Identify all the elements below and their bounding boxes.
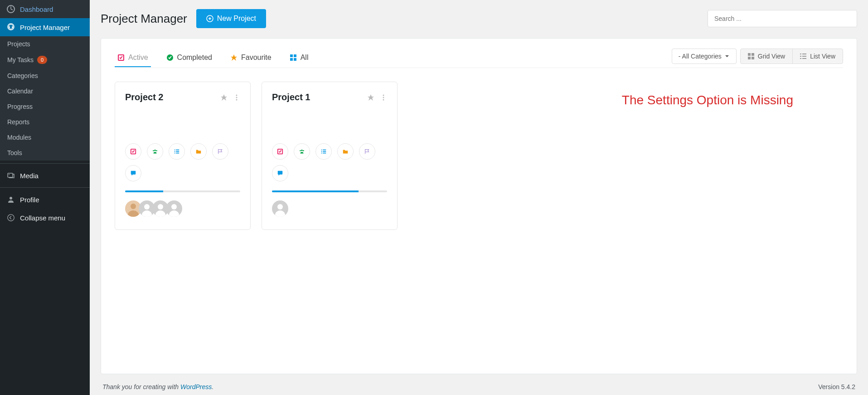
sidebar-item-label: Collapse menu [20, 214, 65, 222]
progress-bar [272, 190, 387, 192]
svg-rect-11 [294, 58, 296, 61]
tab-all[interactable]: All [287, 49, 311, 67]
tabs: Active Completed Favourite [115, 49, 311, 67]
wordpress-link[interactable]: WordPress [180, 383, 212, 390]
project-card[interactable]: Project 2 [115, 82, 251, 230]
tab-completed[interactable]: Completed [164, 49, 215, 67]
grid-view-button[interactable]: Grid View [741, 49, 793, 63]
main-content: Project Manager New Project Active [90, 0, 868, 395]
svg-rect-20 [800, 58, 801, 59]
project-title: Project 1 [272, 92, 310, 102]
tab-favourite[interactable]: Favourite [228, 49, 274, 67]
svg-rect-19 [802, 56, 806, 57]
checklist-icon[interactable] [272, 143, 288, 160]
project-icons [272, 143, 387, 181]
list-icon[interactable] [169, 143, 185, 160]
tab-label: Completed [177, 54, 212, 62]
submenu-item-my-tasks[interactable]: My Tasks 0 [0, 52, 90, 68]
svg-rect-16 [800, 54, 801, 54]
submenu-item-categories[interactable]: Categories [0, 68, 90, 83]
separator [0, 163, 90, 164]
filters: - All Categories Grid View [672, 49, 843, 68]
comment-icon[interactable] [125, 165, 141, 181]
svg-rect-51 [323, 150, 326, 151]
favourite-icon [230, 54, 238, 61]
flag-icon[interactable] [359, 143, 375, 160]
svg-rect-53 [323, 151, 326, 152]
list-icon[interactable] [315, 143, 332, 160]
svg-point-40 [155, 210, 165, 217]
svg-point-24 [236, 99, 238, 100]
svg-rect-29 [175, 150, 175, 151]
completed-icon [166, 54, 174, 61]
categories-dropdown[interactable]: - All Categories [672, 49, 737, 64]
sidebar-item-label: Media [20, 172, 39, 180]
avatar[interactable] [166, 200, 182, 217]
svg-rect-31 [175, 151, 175, 152]
progress-bar [125, 190, 240, 192]
tabs-row: Active Completed Favourite [115, 49, 843, 68]
more-icon[interactable] [233, 94, 240, 101]
page-title: Project Manager [101, 12, 187, 26]
svg-point-39 [158, 204, 163, 210]
tab-active[interactable]: Active [115, 49, 151, 67]
svg-rect-1 [8, 173, 13, 177]
sidebar-collapse-menu[interactable]: Collapse menu [0, 209, 90, 227]
more-icon[interactable] [380, 94, 387, 101]
flag-icon[interactable] [212, 143, 228, 160]
page-header: Project Manager New Project [101, 9, 857, 28]
submenu-item-modules[interactable]: Modules [0, 130, 90, 145]
my-tasks-badge: 0 [37, 56, 47, 64]
search-input[interactable] [708, 10, 857, 27]
svg-point-38 [142, 210, 152, 217]
checklist-icon[interactable] [125, 143, 141, 160]
footer-prefix: Thank you for creating with [102, 383, 180, 390]
svg-point-44 [383, 97, 384, 98]
comment-icon[interactable] [272, 165, 288, 181]
sidebar-submenu: Projects My Tasks 0 Categories Calendar … [0, 36, 90, 161]
svg-rect-34 [176, 153, 179, 154]
submenu-item-tools[interactable]: Tools [0, 145, 90, 161]
new-project-button[interactable]: New Project [196, 9, 266, 28]
svg-rect-14 [748, 57, 751, 59]
submenu-item-progress[interactable]: Progress [0, 99, 90, 114]
svg-point-47 [301, 150, 303, 151]
sidebar-item-profile[interactable]: Profile [0, 190, 90, 209]
list-icon [800, 53, 806, 59]
tab-label: Favourite [241, 54, 272, 62]
svg-point-28 [156, 150, 157, 151]
svg-point-57 [275, 210, 285, 217]
sidebar-item-media[interactable]: Media [0, 166, 90, 185]
svg-point-42 [169, 210, 179, 217]
list-view-button[interactable]: List View [793, 49, 843, 63]
svg-point-56 [277, 204, 283, 210]
svg-rect-15 [752, 57, 754, 59]
separator [0, 187, 90, 188]
svg-point-22 [236, 94, 238, 96]
team-icon[interactable] [294, 143, 310, 160]
tab-label: All [301, 54, 309, 62]
star-icon[interactable] [220, 94, 228, 101]
svg-rect-54 [321, 153, 322, 154]
annotation-text: The Settings Option is Missing [622, 93, 793, 107]
sidebar-item-dashboard[interactable]: Dashboard [0, 0, 90, 18]
submenu-label: My Tasks [7, 56, 34, 63]
submenu-item-calendar[interactable]: Calendar [0, 83, 90, 99]
svg-point-3 [10, 197, 12, 200]
sidebar-item-project-manager[interactable]: Project Manager [0, 18, 90, 36]
svg-rect-9 [294, 54, 296, 57]
media-icon [6, 171, 15, 180]
sidebar-item-label: Profile [20, 196, 39, 204]
project-card[interactable]: Project 1 [262, 82, 398, 230]
footer: Thank you for creating with WordPress. V… [101, 374, 857, 395]
avatars-row [125, 200, 240, 217]
star-icon[interactable] [367, 94, 374, 101]
svg-point-2 [9, 174, 10, 175]
svg-point-23 [236, 97, 238, 98]
submenu-item-reports[interactable]: Reports [0, 114, 90, 130]
folder-icon[interactable] [337, 143, 354, 160]
team-icon[interactable] [147, 143, 163, 160]
folder-icon[interactable] [190, 143, 207, 160]
submenu-item-projects[interactable]: Projects [0, 36, 90, 52]
avatar[interactable] [272, 200, 288, 217]
